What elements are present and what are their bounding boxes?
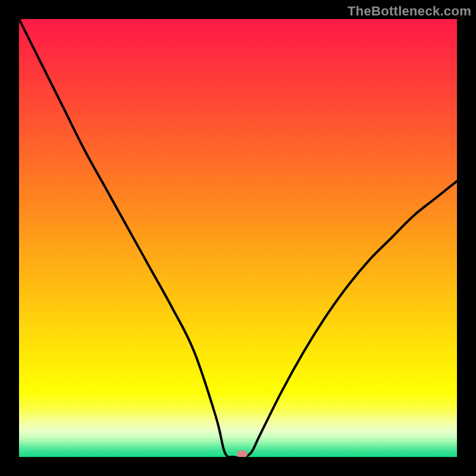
watermark-text: TheBottleneck.com <box>347 4 471 19</box>
bottleneck-curve <box>19 19 457 457</box>
plot-area <box>19 19 457 457</box>
optimal-point-marker <box>237 450 248 457</box>
chart-frame: TheBottleneck.com <box>0 0 476 476</box>
